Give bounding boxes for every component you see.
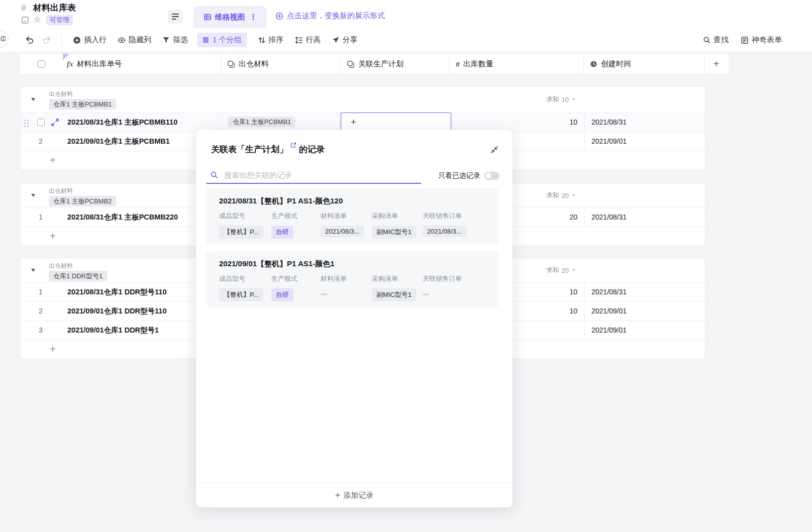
record-card[interactable]: 2021/08/31【整机】P1 AS1-颜色120 成品型号 【整机】P...… [206,188,498,245]
filter-button[interactable]: 筛选 [162,35,188,45]
field-value-tag: 自研 [271,226,293,239]
page-title: 材料出库表 [33,2,76,14]
empty-value-dash [423,293,430,295]
sheet-icon: # [21,3,26,13]
created-cell[interactable]: 2021/09/01 [584,132,705,151]
star-icon[interactable]: ☆ [34,15,41,24]
created-cell[interactable]: 2021/09/01 [584,321,705,340]
search-icon [210,171,218,179]
row-gutter: 3 [21,321,63,340]
search-records-input[interactable] [223,170,421,180]
row-gutter: 1 [21,208,63,227]
funnel-icon [162,36,170,44]
permission-badge: 可管理 [46,15,73,25]
number-field-icon: # [456,60,460,68]
undo-button[interactable] [25,36,34,44]
row-number: 3 [36,321,46,340]
selected-only-toggle[interactable] [484,172,499,180]
hide-fields-button[interactable]: 隐藏列 [118,35,151,45]
group-field-label: 出仓材料 [49,90,73,98]
toolbar-divider [61,36,62,45]
share-button[interactable]: 分享 [332,35,358,45]
column-header-plan[interactable]: 关联生产计划 [341,54,450,74]
record-card[interactable]: 2021/09/01【整机】P1 AS1-颜色1 成品型号 【整机】P... 生… [206,251,498,307]
summary-caret-icon [572,194,575,196]
empty-value-dash [321,293,328,295]
redo-button[interactable] [42,36,51,44]
sort-button[interactable]: 排序 [258,35,284,45]
modal-title: 关联表「生产计划」 的记录 [211,144,325,155]
group-collapse-caret[interactable] [31,194,35,197]
selected-only-row: 只看已选记录 [438,171,499,180]
group-summary[interactable]: 求和 10 [546,95,575,104]
field-value-tag: 【整机】P... [219,288,263,301]
group-summary[interactable]: 求和 20 [546,266,575,275]
form-icon [741,36,749,44]
field-value-tag: 【整机】P... [219,226,263,239]
qty-cell[interactable]: 10 [450,113,584,132]
grid-area: fx 材料出库单号 出仓材料 关联生产计划 # 出库数量 创建时间 + [0,52,812,532]
record-field: 关联销售订单 2021/08/3... [423,211,483,241]
add-column-button[interactable]: + [704,54,728,74]
row-number: 1 [36,283,46,301]
column-header-primary[interactable]: fx 材料出库单号 [63,54,221,74]
created-cell[interactable]: 2021/08/31 [584,283,705,301]
link-record-modal: 关联表「生产计划」 的记录 只看已选记录 2021/08/31【整机】P1 AS… [196,130,513,507]
group-button[interactable]: 1 个分组 [197,33,247,47]
record-fields: 成品型号 【整机】P... 生产模式 自研 材料清单 采购清单 副MIC型号1 [219,274,498,303]
insert-row-button[interactable]: 插入行 [73,35,107,45]
description-icon[interactable] [21,16,29,24]
clock-icon [590,60,597,68]
group-header[interactable]: 出仓材料 仓库1 主板PCBMB1 求和 10 [21,86,705,113]
plus-icon: + [335,491,341,500]
formula-icon: fx [67,60,73,68]
row-checkbox[interactable] [37,119,45,126]
link-field-icon [227,60,235,68]
select-all-cell[interactable] [20,54,63,74]
field-value-tag: 自研 [271,288,293,301]
paper-plane-icon [332,36,340,44]
drag-handle-icon[interactable] [24,120,26,121]
created-cell[interactable]: 2021/08/31 [584,208,705,227]
external-link-icon[interactable] [290,142,296,148]
add-record-label: 添加记录 [343,491,373,500]
search-records-field[interactable] [206,167,421,184]
group-collapse-caret[interactable] [31,98,35,101]
created-cell[interactable]: 2021/09/01 [584,302,705,321]
select-all-checkbox[interactable] [38,60,45,68]
summary-caret-icon [572,269,575,271]
sort-icon [258,36,266,44]
primary-cell[interactable]: 2021/08/31仓库1 主板PCBMB110 [63,113,222,132]
row-height-button[interactable]: 行高 [295,35,321,45]
collapse-modal-icon[interactable] [490,145,499,154]
magic-form-button[interactable]: 神奇表单 [741,35,782,45]
eye-icon [118,36,126,44]
add-view-hint[interactable]: 点击这里，变换新的展示形式 [275,11,385,21]
group-collapse-caret[interactable] [31,269,35,272]
expand-record-icon[interactable] [51,118,59,127]
row-height-icon [295,36,303,44]
column-header-material[interactable]: 出仓材料 [221,54,341,74]
tab-menu-icon[interactable]: ⋮ [250,13,257,22]
group-icon [202,36,210,44]
find-button[interactable]: 查找 [703,35,729,45]
add-record-button[interactable]: + 添加记录 [196,483,513,507]
record-field: 关联销售订单 [423,274,483,303]
tab-label: 维格视图 [215,13,245,22]
tab-grid-view[interactable]: 维格视图 ⋮ [193,6,267,28]
table-row[interactable]: 2021/08/31仓库1 主板PCBMB110 仓库1 主板PCBMB1 10… [21,113,705,132]
column-header-created[interactable]: 创建时间 [584,54,704,74]
add-view-hint-label: 点击这里，变换新的展示形式 [287,11,385,21]
view-list-button[interactable] [168,10,183,24]
material-tag: 仓库1 主板PCBMB1 [228,117,295,127]
column-header-qty[interactable]: # 出库数量 [450,54,584,74]
group-summary[interactable]: 求和 20 [546,191,575,200]
record-field: 采购清单 副MIC型号1 [372,274,423,303]
created-cell[interactable]: 2021/08/31 [584,113,705,132]
material-cell[interactable]: 仓库1 主板PCBMB1 [222,113,341,132]
record-title: 2021/09/01【整机】P1 AS1-颜色1 [219,259,498,269]
record-field: 生产模式 自研 [271,274,321,303]
summary-caret-icon [572,98,575,100]
search-icon [703,36,710,44]
insert-row-icon [73,36,81,44]
